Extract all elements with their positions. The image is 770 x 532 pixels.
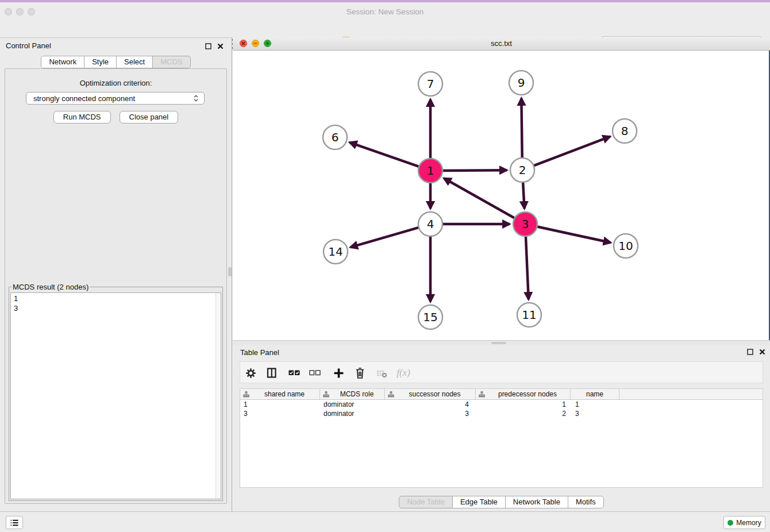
column-visibility-icon[interactable] bbox=[263, 364, 281, 382]
graph-node-7[interactable]: 7 bbox=[418, 72, 442, 96]
network-graph: 7968124314101511 bbox=[233, 51, 769, 340]
table-row-1[interactable]: 1dominator411 bbox=[240, 400, 763, 409]
criterion-dropdown-value: strongly connected component bbox=[26, 94, 192, 103]
status-bar: Memory bbox=[0, 511, 770, 532]
list-icon bbox=[9, 518, 20, 528]
cell-successor-nodes[interactable]: 4 bbox=[385, 400, 476, 408]
horizontal-splitter-handle[interactable] bbox=[491, 342, 506, 344]
column-label: shared name bbox=[249, 390, 319, 398]
show-panels-list-button[interactable] bbox=[6, 516, 23, 529]
close-panel-button[interactable]: Close panel bbox=[120, 111, 179, 124]
graph-edge-3-1[interactable] bbox=[444, 178, 516, 218]
float-panel-icon[interactable] bbox=[204, 42, 212, 50]
tab-mcds[interactable]: MCDS bbox=[153, 56, 190, 68]
tab-style[interactable]: Style bbox=[84, 56, 117, 68]
graph-node-11[interactable]: 11 bbox=[517, 303, 541, 327]
mcds-panel: Optimization criterion: strongly connect… bbox=[5, 68, 227, 504]
cell-successor-nodes[interactable]: 3 bbox=[385, 410, 476, 418]
node-table: shared nameMCDS rolesuccessor nodesprede… bbox=[240, 388, 763, 488]
graph-node-8[interactable]: 8 bbox=[613, 119, 637, 143]
graph-edge-4-14[interactable] bbox=[351, 227, 420, 247]
mcds-result-title: MCDS result (2 nodes) bbox=[11, 283, 90, 291]
tab-motifs[interactable]: Motifs bbox=[568, 496, 604, 508]
fx-label: f(x) bbox=[396, 367, 410, 379]
graph-node-label: 1 bbox=[427, 164, 434, 178]
graph-node-label: 4 bbox=[427, 217, 434, 231]
column-label: successor nodes bbox=[394, 390, 475, 398]
cell-shared-name[interactable]: 3 bbox=[240, 410, 320, 418]
vertical-splitter-handle[interactable] bbox=[228, 267, 232, 276]
cell-name[interactable]: 3 bbox=[571, 410, 619, 418]
graph-node-15[interactable]: 15 bbox=[418, 305, 442, 329]
application-window: Session: New Session bbox=[0, 0, 770, 532]
memory-status-dot bbox=[727, 520, 733, 526]
graph-node-2[interactable]: 2 bbox=[510, 158, 534, 182]
tab-network[interactable]: Network bbox=[41, 56, 84, 68]
select-all-icon[interactable] bbox=[285, 364, 303, 382]
graph-node-14[interactable]: 14 bbox=[324, 240, 348, 264]
dropdown-chevrons-icon bbox=[192, 94, 199, 102]
graph-node-10[interactable]: 10 bbox=[614, 234, 638, 258]
graph-node-4[interactable]: 4 bbox=[418, 212, 442, 236]
graph-edge-3-10[interactable] bbox=[536, 226, 611, 242]
deselect-all-icon[interactable] bbox=[306, 364, 324, 382]
tab-select[interactable]: Select bbox=[117, 56, 153, 68]
close-panel-icon[interactable] bbox=[216, 42, 224, 50]
graph-edge-2-8[interactable] bbox=[533, 137, 610, 167]
cell-predecessor-nodes[interactable]: 1 bbox=[476, 400, 571, 408]
column-header-predecessor-nodes[interactable]: predecessor nodes bbox=[476, 389, 571, 399]
graph-node-1[interactable]: 1 bbox=[418, 159, 442, 183]
graph-node-label: 7 bbox=[427, 77, 434, 91]
table-settings-gear-icon[interactable] bbox=[241, 364, 260, 382]
control-panel: Control Panel NetworkStyleSelectMCDS Opt… bbox=[0, 38, 232, 511]
graph-edge-2-3[interactable] bbox=[523, 181, 525, 209]
table-panel-tabs: Node TableEdge TableNetwork TableMotifs bbox=[399, 496, 603, 508]
graph-node-3[interactable]: 3 bbox=[513, 212, 537, 236]
tab-edge-table[interactable]: Edge Table bbox=[453, 496, 506, 508]
criterion-dropdown[interactable]: strongly connected component bbox=[26, 92, 205, 105]
close-table-panel-icon[interactable] bbox=[758, 348, 766, 356]
horizontal-splitter[interactable] bbox=[233, 340, 770, 345]
network-window-titlebar: scc.txt bbox=[233, 37, 770, 51]
result-scrollbar[interactable] bbox=[215, 293, 221, 499]
column-header-name[interactable]: name bbox=[571, 389, 619, 399]
network-canvas[interactable]: 7968124314101511 bbox=[233, 51, 770, 340]
table-header-row: shared nameMCDS rolesuccessor nodesprede… bbox=[240, 389, 763, 400]
graph-node-label: 11 bbox=[522, 308, 536, 322]
column-header-shared-name[interactable]: shared name bbox=[240, 389, 320, 399]
graph-node-9[interactable]: 9 bbox=[509, 71, 533, 95]
optimization-criterion-label: Optimization criterion: bbox=[5, 79, 226, 87]
delete-column-trash-icon[interactable] bbox=[351, 364, 369, 382]
graph-edge-1-6[interactable] bbox=[349, 142, 420, 167]
cell-predecessor-nodes[interactable]: 2 bbox=[476, 410, 571, 418]
graph-node-label: 8 bbox=[621, 124, 629, 138]
cell-name[interactable]: 1 bbox=[571, 400, 619, 408]
graph-node-6[interactable]: 6 bbox=[323, 125, 347, 149]
table-body: 1dominator4113dominator323 bbox=[240, 400, 763, 418]
graph-node-label: 6 bbox=[332, 130, 339, 144]
graph-edge-2-9[interactable] bbox=[521, 98, 522, 159]
graph-node-label: 2 bbox=[519, 163, 526, 177]
cell-mcds-role[interactable]: dominator bbox=[320, 400, 385, 408]
run-mcds-button[interactable]: Run MCDS bbox=[53, 111, 111, 124]
tab-node-table[interactable]: Node Table bbox=[399, 496, 453, 508]
column-header-successor-nodes[interactable]: successor nodes bbox=[385, 389, 476, 399]
create-column-plus-icon[interactable] bbox=[329, 364, 348, 382]
column-header-mcds-role[interactable]: MCDS role bbox=[320, 389, 385, 399]
control-panel-tabs: NetworkStyleSelectMCDS bbox=[0, 56, 232, 68]
graph-edge-1-2[interactable] bbox=[441, 170, 507, 171]
network-title: scc.txt bbox=[233, 37, 770, 50]
graph-edge-3-11[interactable] bbox=[526, 235, 529, 299]
cell-mcds-role[interactable]: dominator bbox=[320, 410, 385, 418]
graph-node-label: 15 bbox=[423, 310, 437, 324]
float-table-panel-icon[interactable] bbox=[746, 348, 754, 356]
table-panel-title: Table Panel bbox=[240, 348, 279, 357]
cell-shared-name[interactable]: 1 bbox=[240, 400, 320, 408]
memory-button[interactable]: Memory bbox=[723, 516, 765, 529]
column-label: name bbox=[571, 390, 619, 398]
column-label: predecessor nodes bbox=[485, 390, 570, 398]
graph-node-label: 10 bbox=[618, 239, 633, 253]
table-row-2[interactable]: 3dominator323 bbox=[240, 409, 763, 418]
mcds-result-values: 1 3 bbox=[11, 293, 221, 314]
tab-network-table[interactable]: Network Table bbox=[506, 496, 568, 508]
